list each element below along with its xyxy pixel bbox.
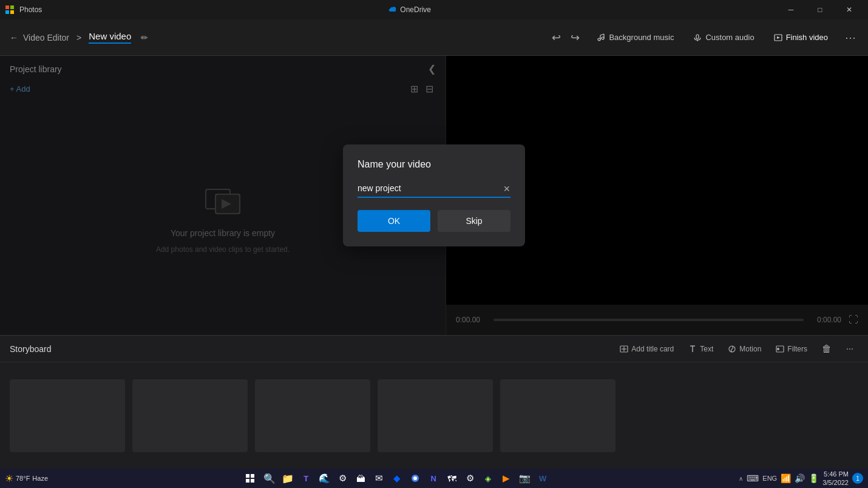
delete-button[interactable]: 🗑	[817, 341, 836, 357]
edge-app[interactable]: 🌊	[316, 470, 333, 487]
close-button[interactable]: ✕	[835, 0, 863, 19]
storyboard-actions: Add title card Text Motion	[615, 341, 858, 357]
dialog-input-wrapper: ✕	[358, 180, 510, 198]
background-music-button[interactable]: Background music	[592, 30, 679, 44]
storyboard-content	[0, 362, 868, 469]
maps-app[interactable]: 🗺	[443, 470, 460, 487]
lang-indicator: ENG	[762, 475, 777, 482]
skip-button[interactable]: Skip	[438, 210, 510, 232]
text-button[interactable]: Text	[683, 342, 718, 356]
storyboard-cell-4[interactable]	[378, 379, 493, 452]
capture-app[interactable]: 📷	[516, 470, 533, 487]
video-name-input[interactable]	[358, 180, 510, 198]
svg-point-30	[413, 476, 417, 480]
svg-rect-25	[246, 474, 249, 478]
dialog-overlay: Name your video ✕ OK Skip	[0, 56, 868, 335]
windows-icon	[245, 473, 255, 483]
explorer-app[interactable]: 📁	[279, 470, 296, 487]
search-app[interactable]: 🔍	[261, 470, 278, 487]
dialog-title: Name your video	[358, 159, 510, 170]
dialog-buttons: OK Skip	[358, 210, 510, 232]
storyboard-cell-1[interactable]	[10, 379, 125, 452]
svg-rect-1	[10, 5, 14, 9]
restore-button[interactable]: □	[806, 0, 834, 19]
title-bar-left: Photos	[5, 5, 42, 15]
svg-rect-0	[5, 5, 9, 9]
undo-redo-group: ↩ ↪	[549, 29, 582, 47]
motion-icon	[728, 345, 736, 353]
weather-icon: ☀	[5, 473, 13, 484]
word-app[interactable]: W	[534, 470, 551, 487]
vlc-app[interactable]: ▶	[498, 470, 515, 487]
filters-icon	[776, 345, 784, 353]
mail-app[interactable]: ✉	[370, 470, 387, 487]
add-title-card-label: Add title card	[631, 345, 674, 353]
breadcrumb-app: Video Editor	[23, 33, 69, 42]
toolbar-left: ← Video Editor > New video ✏	[10, 31, 148, 44]
more-options-button[interactable]: ⋯	[843, 29, 858, 47]
chrome-app[interactable]	[407, 470, 424, 487]
storyboard-header: Storyboard Add title card Text	[0, 336, 868, 362]
svg-rect-26	[251, 474, 254, 478]
app-title: Photos	[19, 5, 42, 14]
storyboard-more-button[interactable]: ⋯	[841, 342, 858, 356]
motion-button[interactable]: Motion	[723, 342, 766, 356]
date-display: 3/5/2022	[822, 478, 849, 487]
nord-app[interactable]: N	[425, 470, 442, 487]
onedrive-icon	[388, 5, 396, 14]
svg-marker-12	[777, 36, 780, 39]
svg-rect-2	[5, 10, 9, 14]
toolbar-right: ↩ ↪ Background music Custom audio	[549, 29, 858, 47]
svg-point-24	[777, 348, 779, 350]
main-content: Project library ❮ + Add ⊞ ⊟ Your project…	[0, 56, 868, 335]
time-display: 5:46 PM	[822, 470, 849, 478]
title-bar: Photos OneDrive ─ □ ✕	[0, 0, 868, 19]
clock-widget: 5:46 PM 3/5/2022	[822, 470, 849, 487]
show-hidden-icons[interactable]: ∧	[739, 475, 743, 482]
chrome-icon	[410, 473, 420, 483]
keyboard-icon: ⌨	[747, 473, 759, 483]
finish-video-button[interactable]: Finish video	[769, 30, 833, 44]
start-button[interactable]	[240, 470, 260, 487]
filters-button[interactable]: Filters	[771, 342, 812, 356]
edit-title-icon[interactable]: ✏	[141, 33, 148, 42]
svg-line-8	[600, 34, 604, 35]
ok-button[interactable]: OK	[358, 210, 430, 232]
name-video-dialog: Name your video ✕ OK Skip	[343, 144, 525, 246]
motion-label: Motion	[739, 345, 761, 353]
volume-icon: 🔊	[795, 473, 805, 483]
page-title: New video	[89, 31, 131, 44]
weather-widget: ☀ 78°F Haze	[5, 473, 48, 484]
music-icon	[597, 33, 605, 42]
taskbar-apps: 🔍 📁 T 🌊 ⚙ 🏔 ✉ ◆ N 🗺 ⚙ ◈ ▶ 📷 W	[53, 470, 739, 487]
hex-app[interactable]: ◈	[480, 470, 497, 487]
storyboard-cell-3[interactable]	[255, 379, 370, 452]
custom-audio-button[interactable]: Custom audio	[688, 30, 759, 44]
text-label: Text	[700, 345, 713, 353]
add-title-card-icon	[620, 345, 628, 353]
photos-app[interactable]: 🏔	[352, 470, 369, 487]
weather-temp: 78°F	[16, 475, 30, 482]
onedrive-label: OneDrive	[400, 5, 431, 14]
storyboard-panel: Storyboard Add title card Text	[0, 335, 868, 469]
weather-condition: Haze	[32, 475, 48, 482]
gear-app[interactable]: ⚙	[461, 470, 478, 487]
minimize-button[interactable]: ─	[777, 0, 805, 19]
onedrive-area: OneDrive	[388, 5, 431, 14]
redo-button[interactable]: ↪	[568, 29, 582, 47]
settings-app[interactable]: ⚙	[334, 470, 351, 487]
taskbar: ☀ 78°F Haze 🔍 📁 T 🌊 ⚙ 🏔 ✉ ◆ N �	[0, 469, 868, 488]
teams-app[interactable]: T	[297, 470, 314, 487]
battery-icon: 🔋	[809, 473, 819, 483]
storyboard-cell-5[interactable]	[500, 379, 615, 452]
undo-button[interactable]: ↩	[549, 29, 563, 47]
photos-app-icon	[5, 5, 15, 15]
dropbox-app[interactable]: ◆	[388, 470, 405, 487]
notification-badge[interactable]: 1	[852, 473, 863, 484]
storyboard-cell-2[interactable]	[132, 379, 248, 452]
clear-input-button[interactable]: ✕	[503, 184, 510, 194]
add-title-card-button[interactable]: Add title card	[615, 342, 679, 356]
back-button[interactable]: ←	[10, 33, 18, 42]
background-music-label: Background music	[609, 33, 674, 42]
taskbar-right: ∧ ⌨ ENG 📶 🔊 🔋 5:46 PM 3/5/2022 1	[739, 470, 863, 487]
